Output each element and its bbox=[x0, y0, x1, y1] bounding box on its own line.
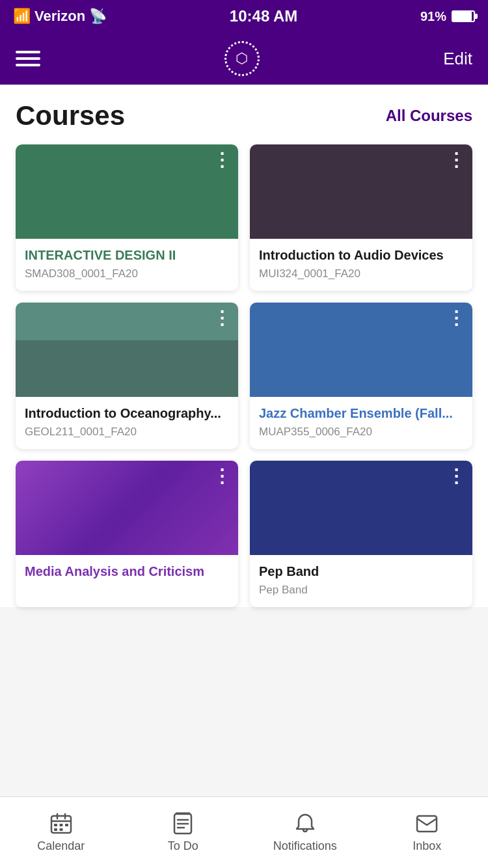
course-info-4: Jazz Chamber Ensemble (Fall... MUAP355_0… bbox=[250, 397, 472, 449]
course-name-3: Introduction to Oceanography... bbox=[25, 405, 229, 422]
course-info-3: Introduction to Oceanography... GEOL211_… bbox=[16, 397, 238, 449]
carrier-label: Verizon bbox=[34, 8, 85, 25]
course-card-4[interactable]: ⋮ Jazz Chamber Ensemble (Fall... MUAP355… bbox=[250, 303, 472, 449]
course-image-5: ⋮ bbox=[16, 461, 238, 555]
course-card-3[interactable]: ⋮ Introduction to Oceanography... GEOL21… bbox=[16, 303, 238, 449]
svg-rect-5 bbox=[59, 824, 62, 826]
battery-icon bbox=[452, 10, 475, 22]
inbox-icon bbox=[415, 812, 439, 835]
course-name-6: Pep Band bbox=[259, 563, 463, 580]
course-image-2: ⋮ bbox=[250, 144, 472, 239]
course-menu-2[interactable]: ⋮ bbox=[447, 151, 466, 169]
course-menu-6[interactable]: ⋮ bbox=[447, 467, 466, 485]
course-card-2[interactable]: ⋮ Introduction to Audio Devices MUI324_0… bbox=[250, 144, 472, 291]
courses-title: Courses bbox=[16, 100, 125, 131]
calendar-icon bbox=[49, 812, 73, 835]
calendar-label: Calendar bbox=[37, 839, 85, 853]
course-name-4: Jazz Chamber Ensemble (Fall... bbox=[259, 405, 463, 422]
svg-rect-4 bbox=[54, 824, 57, 826]
course-code-6: Pep Band bbox=[259, 584, 463, 597]
course-code-2: MUI324_0001_FA20 bbox=[259, 267, 463, 280]
svg-rect-8 bbox=[59, 828, 62, 831]
course-card-1[interactable]: ⋮ INTERACTIVE DESIGN II SMAD308_0001_FA2… bbox=[16, 144, 238, 291]
course-code-1: SMAD308_0001_FA20 bbox=[25, 267, 229, 280]
course-card-5[interactable]: ⋮ Media Analysis and Criticism bbox=[16, 461, 238, 607]
nav-item-notifications[interactable]: Notifications bbox=[244, 812, 366, 853]
time-display: 10:48 AM bbox=[230, 7, 297, 25]
wifi-icon: 📡 bbox=[89, 8, 107, 25]
nav-item-calendar[interactable]: Calendar bbox=[0, 812, 122, 853]
todo-icon bbox=[171, 812, 195, 835]
course-menu-3[interactable]: ⋮ bbox=[213, 309, 232, 327]
main-content: Courses All Courses ⋮ INTERACTIVE DESIGN… bbox=[0, 85, 488, 607]
nav-item-inbox[interactable]: Inbox bbox=[366, 812, 489, 853]
course-code-3: GEOL211_0001_FA20 bbox=[25, 426, 229, 439]
app-logo bbox=[224, 41, 260, 76]
courses-header: Courses All Courses bbox=[16, 100, 472, 131]
course-info-1: INTERACTIVE DESIGN II SMAD308_0001_FA20 bbox=[16, 239, 238, 291]
edit-button[interactable]: Edit bbox=[443, 49, 472, 69]
course-menu-5[interactable]: ⋮ bbox=[213, 467, 232, 485]
inbox-label: Inbox bbox=[413, 839, 441, 853]
svg-rect-14 bbox=[417, 816, 437, 832]
course-info-5: Media Analysis and Criticism bbox=[16, 555, 238, 594]
course-grid: ⋮ INTERACTIVE DESIGN II SMAD308_0001_FA2… bbox=[16, 144, 472, 607]
menu-button[interactable] bbox=[16, 51, 40, 66]
course-image-6: ⋮ bbox=[250, 461, 472, 555]
top-nav: Edit bbox=[0, 33, 488, 85]
course-image-1: ⋮ bbox=[16, 144, 238, 239]
course-image-3: ⋮ bbox=[16, 303, 238, 397]
battery-label: 91% bbox=[420, 9, 446, 24]
todo-label: To Do bbox=[168, 839, 198, 853]
svg-rect-7 bbox=[54, 828, 57, 831]
bottom-nav: Calendar To Do Notifications Inbox bbox=[0, 796, 488, 868]
status-bar: 📶 Verizon 📡 10:48 AM 91% bbox=[0, 0, 488, 33]
course-code-4: MUAP355_0006_FA20 bbox=[259, 426, 463, 439]
notifications-label: Notifications bbox=[273, 839, 337, 853]
course-name-5: Media Analysis and Criticism bbox=[25, 563, 229, 580]
signal-icon: 📶 bbox=[13, 8, 31, 25]
course-menu-4[interactable]: ⋮ bbox=[447, 309, 466, 327]
course-info-6: Pep Band Pep Band bbox=[250, 555, 472, 607]
course-card-6[interactable]: ⋮ Pep Band Pep Band bbox=[250, 461, 472, 607]
course-name-1: INTERACTIVE DESIGN II bbox=[25, 247, 229, 264]
status-left: 📶 Verizon 📡 bbox=[13, 8, 107, 25]
all-courses-link[interactable]: All Courses bbox=[386, 107, 472, 125]
course-name-2: Introduction to Audio Devices bbox=[259, 247, 463, 264]
course-menu-1[interactable]: ⋮ bbox=[213, 151, 232, 169]
course-info-2: Introduction to Audio Devices MUI324_000… bbox=[250, 239, 472, 291]
status-right: 91% bbox=[420, 9, 475, 24]
nav-item-todo[interactable]: To Do bbox=[122, 812, 245, 853]
bell-icon bbox=[293, 812, 317, 835]
svg-rect-6 bbox=[65, 824, 68, 826]
course-image-4: ⋮ bbox=[250, 303, 472, 397]
